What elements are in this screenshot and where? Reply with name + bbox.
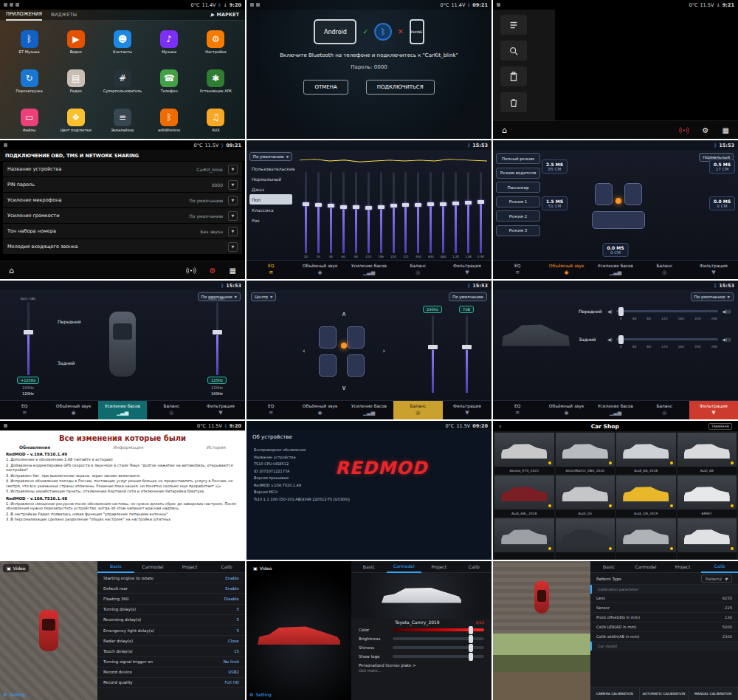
color-slider[interactable] [393,628,484,631]
band-slider[interactable] [380,172,382,253]
calibration-row[interactable]: Calib LEN(AD in mm) 5000 [590,622,738,632]
home-icon[interactable]: ⌂ [9,266,14,275]
app-icon[interactable]: ⚙ Настройки [193,22,239,61]
setting-row[interactable]: Reversing delay(s) 5 [97,615,245,625]
car-card[interactable]: Audi_A8 [677,433,737,474]
setting-row[interactable]: Default rear Enable [97,583,245,594]
audio-tab[interactable]: Баланс◎ [147,401,196,419]
band-slider[interactable] [342,172,345,253]
video-tag[interactable]: ▣Video [3,564,29,572]
calibration-row[interactable]: Front offset(EG in mm) 130 [590,613,738,622]
app-icon[interactable]: ✱ Установщик APK [193,61,239,100]
setting-tag[interactable]: ⚙Setting [249,692,272,697]
car-card[interactable] [616,518,676,560]
audio-tab[interactable]: EQ≋ [0,401,49,419]
slider-knob[interactable] [469,626,473,634]
mode-button[interactable]: Режим водителя [496,168,540,179]
band-slider[interactable] [368,172,370,253]
setting-row[interactable]: Название устройства CarKit_blink ▼ [3,162,242,177]
band-slider[interactable] [317,172,320,253]
band-slider[interactable] [404,172,407,253]
car-card[interactable] [677,518,737,560]
car-card[interactable] [556,518,615,560]
audio-tab[interactable]: Усиление басов▁▃▅ [591,401,640,419]
slider-track[interactable] [432,315,434,393]
band-knob[interactable] [315,203,322,207]
slider-track[interactable] [466,315,468,393]
setting-row[interactable]: Starting engine to rotate Enable [97,573,245,583]
preset-item[interactable]: Поп [249,194,292,205]
preset-item[interactable]: Нормальный [249,174,292,184]
band-knob[interactable] [390,204,397,207]
balance-position-dot[interactable] [341,343,347,349]
preset-item[interactable]: Пользовательские [249,163,292,174]
setting-row[interactable]: Touch delay(s) 15 [97,646,245,656]
setting-row[interactable]: Radar delay(s) Close [97,636,245,646]
band-slider[interactable] [355,172,357,253]
band-knob[interactable] [427,202,434,206]
audio-tab[interactable]: Объёмный звук◉ [542,401,590,419]
band-slider[interactable] [467,172,469,253]
app-icon[interactable]: ᛒ БТ Музыка [6,22,52,61]
slider-knob[interactable] [213,330,222,334]
chevron-down-icon[interactable]: ▼ [228,211,238,221]
apps-grid-icon[interactable]: ▦ [723,126,729,134]
list-button[interactable] [500,15,527,35]
setting-row[interactable]: Turning delay(s) 5 [97,605,245,615]
crossover-chip[interactable]: +125Hz [17,377,39,384]
slider-knob[interactable] [469,653,473,661]
paste-button[interactable] [500,66,527,86]
setting-row[interactable]: Floating 360 Disable [97,594,245,604]
car-card[interactable]: Audi_A6_2018 [616,433,676,474]
slider-knob[interactable] [618,307,624,316]
pattern-type-dropdown[interactable]: Pattern2▼ [701,574,732,583]
camera-tab[interactable]: Calib [701,561,738,573]
calibration-row[interactable]: Calib width(AB in mm) 2300 [590,632,738,642]
audio-tab[interactable]: Фильтрация▼ [443,261,492,279]
app-icon[interactable]: ↻ Перезагрузка [6,61,52,100]
car-card[interactable]: Audi_Q5 [556,476,615,517]
arrow-left-icon[interactable]: ‹ [303,347,306,354]
app-icon[interactable]: # Суперпользователь [99,61,145,100]
app-icon[interactable]: ♫ AUX [193,100,239,139]
freq-option[interactable]: 120Hz [22,391,34,396]
app-icon[interactable]: ᛒ adbWireless [146,100,193,139]
audio-tab[interactable]: EQ≋ [493,261,542,279]
default-dropdown[interactable]: По умолчанию▼ [691,292,734,301]
audio-tab[interactable]: Усиление басов▁▃▅ [98,401,147,419]
balance-seat-pad[interactable]: ∧ ∨ ‹ › [301,310,387,391]
band-slider[interactable] [430,172,432,253]
camera-tab[interactable]: Carmodel [627,561,664,572]
band-knob[interactable] [378,205,384,209]
preset-item[interactable]: Рок [249,215,292,225]
gain-slider[interactable] [216,302,218,375]
freq-option[interactable]: 120Hz [211,385,223,390]
app-icon[interactable]: ▤ Радио [52,61,99,100]
audio-tab[interactable]: Фильтрация▼ [689,261,738,279]
band-slider[interactable] [442,172,444,253]
video-tag[interactable]: ▣Video [249,564,275,572]
band-knob[interactable] [440,202,446,206]
setting-row[interactable]: Record device USB2 [97,668,245,678]
settings-gear-icon[interactable]: ⚙ [210,267,216,275]
band-slider[interactable] [417,172,419,253]
setting-row[interactable]: Усиление громкости По умолчанию ▼ [3,208,242,224]
show-logo-slider[interactable] [393,655,484,658]
camera-tab[interactable]: Carmodel [387,561,422,573]
camera-tab[interactable]: Calib [208,561,245,572]
band-knob[interactable] [452,202,459,205]
setting-row[interactable]: Turning signal trigger on No limit [97,657,245,668]
arrow-down-icon[interactable]: ∨ [342,384,347,391]
band-knob[interactable] [477,200,484,204]
brightness-slider[interactable] [393,637,484,640]
audio-tab[interactable]: EQ≋ [493,401,542,419]
app-icon[interactable]: ☻ Контакты [99,22,145,61]
model-thumbnail[interactable] [351,573,492,619]
chevron-down-icon[interactable]: ▼ [228,180,238,190]
app-icon[interactable]: ♪ Музыка [146,22,193,61]
center-dropdown[interactable]: Центр▼ [251,292,276,301]
car-card[interactable]: Audi_A8L_2018 [494,476,554,517]
search-button[interactable] [500,41,527,61]
back-icon[interactable]: ‹ [499,422,502,430]
app-icon[interactable]: ▭ Файлы [6,100,52,139]
